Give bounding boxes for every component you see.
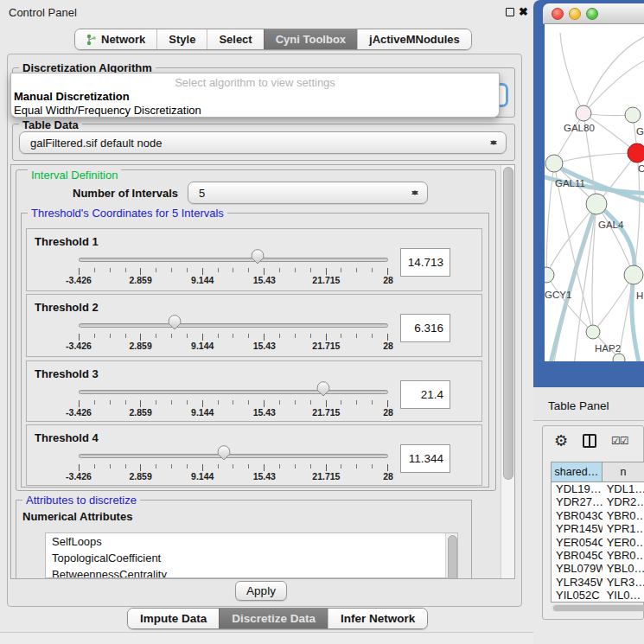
cell-name: YBR0…	[603, 549, 644, 562]
network-edge[interactable]	[592, 204, 596, 332]
tab-infer-network[interactable]: Infer Network	[328, 609, 427, 628]
cell-shared-name: YPR145W	[552, 522, 603, 535]
scrollbar-thumb[interactable]	[553, 605, 644, 611]
network-edge[interactable]	[583, 59, 644, 113]
list-item[interactable]: BetweennessCentrality	[46, 566, 457, 578]
tab-label: Select	[219, 33, 252, 46]
network-node[interactable]	[625, 107, 641, 123]
table-panel: ⚙ ☑☑ shared… n YDL19…YDL1…YDR27…YDR2…YBR…	[542, 425, 644, 620]
popup-option-equal-width-frequency[interactable]: Equal Width/Frequency Discretization	[14, 104, 201, 117]
network-node[interactable]	[545, 155, 563, 172]
table-horizontal-scrollbar[interactable]	[552, 604, 644, 612]
network-node[interactable]	[545, 267, 554, 283]
column-header-name[interactable]: n	[603, 462, 644, 481]
tab-impute-data[interactable]: Impute Data	[128, 609, 219, 628]
slider-tick-label: 9.144	[191, 471, 214, 481]
tab-label: Cyni Toolbox	[276, 33, 346, 46]
tab-discretize-data[interactable]: Discretize Data	[219, 609, 328, 628]
network-node[interactable]	[576, 105, 591, 121]
zoom-traffic-light[interactable]	[586, 8, 598, 20]
gear-icon[interactable]: ⚙	[554, 432, 568, 450]
slider-tick-labels: -3.4262.8599.14415.4321.71528	[79, 471, 388, 483]
number-of-intervals-combobox[interactable]: 5	[188, 182, 428, 204]
slider-tick-label: 2.859	[129, 471, 151, 481]
checkbox-icons[interactable]: ☑☑	[611, 435, 628, 447]
threshold-1-value-field[interactable]: 14.713	[400, 248, 450, 277]
table-data-combobox[interactable]: galFiltered.sif default node	[19, 131, 507, 154]
slider-tick-label: 9.144	[191, 407, 214, 418]
network-edge[interactable]	[546, 204, 596, 275]
apply-button[interactable]: Apply	[235, 581, 287, 601]
threshold-3-slider-thumb[interactable]	[316, 381, 330, 397]
table-panel-title: Table Panel	[548, 399, 609, 412]
cell-shared-name: YDR27…	[552, 495, 603, 508]
tab-cyni-toolbox[interactable]: Cyni Toolbox	[264, 29, 357, 49]
network-view-canvas[interactable]: GAL80GAL11GAL4GCY1HAP2GCH	[545, 24, 644, 361]
slider-tick-label: 9.144	[191, 275, 214, 285]
network-node[interactable]	[624, 265, 643, 284]
combo-arrows-icon	[409, 186, 420, 200]
slider-tick-labels: -3.4262.8599.14415.4321.71528	[79, 341, 388, 353]
threshold-4-slider-thumb[interactable]	[217, 445, 231, 461]
numerical-attributes-label: Numerical Attributes	[22, 510, 132, 523]
close-traffic-light[interactable]	[552, 8, 564, 20]
cell-name: YBR0…	[603, 509, 644, 522]
float-window-icon[interactable]	[506, 8, 514, 16]
threshold-2-slider-thumb[interactable]	[168, 315, 182, 330]
network-edge[interactable]	[593, 275, 634, 332]
network-edge[interactable]	[583, 35, 644, 113]
minimize-traffic-light[interactable]	[569, 8, 581, 20]
cell-name: YER0…	[603, 536, 644, 549]
column-header-shared[interactable]: shared…	[552, 462, 603, 481]
slider-tick-label: 15.43	[253, 341, 276, 351]
network-node[interactable]	[586, 194, 607, 214]
threshold-3-value-field[interactable]: 21.4	[400, 380, 450, 409]
table-rows: YDL19…YDL1…YDR27…YDR2…YBR043CYBR0…YPR145…	[552, 482, 644, 603]
scrollbar-thumb[interactable]	[503, 167, 513, 480]
slider-tick-label: 2.859	[129, 275, 151, 285]
list-item[interactable]: SelfLoops	[46, 533, 457, 550]
threshold-2-value-field[interactable]: 6.316	[400, 314, 450, 342]
table-row[interactable]: YPR145WYPR1…	[552, 522, 644, 535]
cell-name: YBL0…	[603, 562, 644, 575]
tab-select[interactable]: Select	[207, 29, 263, 49]
list-scrollbar[interactable]	[445, 533, 458, 578]
threshold-4-panel: Threshold 4 -3.4262.8599.14415.4321.7152…	[26, 424, 482, 486]
settings-scrollbar[interactable]	[501, 165, 514, 578]
table-row[interactable]: YDL19…YDL1…	[552, 482, 644, 495]
network-window-titlebar[interactable]	[543, 3, 644, 24]
table-row[interactable]: YBR045CYBR0…	[552, 549, 644, 562]
network-edge[interactable]	[554, 153, 637, 163]
tab-jactivemnodules[interactable]: jActiveMNodules	[357, 29, 471, 49]
cell-shared-name: YLR345W	[552, 576, 603, 589]
table-row[interactable]: YBL079WYBL0…	[552, 562, 644, 575]
network-node[interactable]	[628, 143, 644, 163]
table-row[interactable]: YIL052CYIL0…	[552, 589, 644, 602]
network-node[interactable]	[586, 325, 600, 339]
slider-major-ticks	[79, 334, 388, 341]
threshold-2-panel: Threshold 2 -3.4262.8599.14415.4321.7152…	[26, 294, 482, 357]
slider-tick-label: -3.426	[66, 341, 92, 351]
threshold-1-slider-thumb[interactable]	[251, 249, 265, 265]
tab-network[interactable]: Network	[75, 29, 156, 49]
slider-tick-label: 28	[383, 407, 393, 418]
tab-style[interactable]: Style	[156, 29, 207, 49]
table-row[interactable]: YER054CYER0…	[552, 536, 644, 549]
slider-tick-label: 28	[383, 275, 393, 285]
columns-icon[interactable]	[583, 434, 596, 448]
panel-title: Control Panel	[9, 6, 77, 19]
network-node[interactable]	[613, 354, 625, 361]
cell-shared-name: YBR045C	[552, 549, 603, 562]
table-row[interactable]: YLR345WYLR3…	[552, 576, 644, 589]
slider-tick-label: 2.859	[129, 341, 151, 351]
threshold-4-value-field[interactable]: 11.344	[400, 444, 450, 473]
list-item[interactable]: TopologicalCoefficient	[46, 550, 457, 566]
top-tab-bar: Network Style Select Cyni Toolbox jActiv…	[74, 29, 472, 50]
popup-option-manual-discretization[interactable]: Manual Discretization	[14, 90, 130, 103]
table-row[interactable]: YDR27…YDR2…	[552, 495, 644, 508]
number-of-intervals-value: 5	[188, 187, 409, 200]
table-row[interactable]: YBR043CYBR0…	[552, 509, 644, 522]
network-edge[interactable]	[560, 33, 583, 113]
close-icon[interactable]: ✖	[519, 4, 528, 20]
slider-tick-label: -3.426	[66, 275, 92, 285]
